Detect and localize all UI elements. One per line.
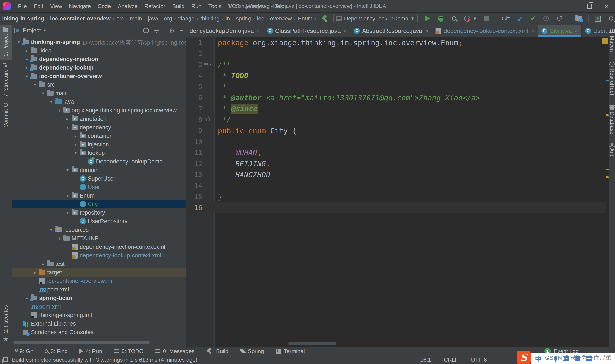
stripe-mark-warning[interactable] [606, 169, 609, 170]
tree-item-test[interactable]: ▸test [12, 260, 186, 268]
tool-button-7-structure[interactable]: 7: Structure [0, 60, 12, 100]
run-anything-button[interactable] [594, 15, 602, 22]
tab-dependency-lookup-context-xml[interactable]: dependency-lookup-context.xml× [432, 25, 538, 37]
tab-user-java[interactable]: CUser.java× [582, 25, 609, 37]
chevron-collapsed-icon[interactable]: ▸ [39, 261, 47, 266]
line-separator[interactable]: CRLF [444, 357, 458, 363]
chevron-expanded-icon[interactable]: ▾ [23, 74, 31, 79]
tree-item-resources[interactable]: ▾resources [12, 225, 186, 234]
tree-item-dependency[interactable]: ▾dependency [12, 123, 186, 132]
inspection-indicator-icon[interactable] [602, 38, 608, 44]
code-line-13[interactable]: 13 HANGZHOU [186, 169, 606, 180]
tree-item-domain[interactable]: ▾domain [12, 166, 186, 174]
stripe-mark-info[interactable] [606, 80, 609, 81]
chevron-expanded-icon[interactable]: ▾ [15, 39, 23, 45]
line-number[interactable]: 10 [186, 138, 214, 145]
code-line-11[interactable]: 11 WUHAN, [186, 147, 606, 158]
tree-item-pom-xml[interactable]: mpom.xml [12, 302, 186, 311]
tree-item-pom-xml[interactable]: mpom.xml [12, 285, 186, 294]
tool-button-maven[interactable]: mMaven [609, 27, 615, 52]
tree-item-meta-inf[interactable]: ▾META-INF [12, 234, 186, 243]
ime-language-icon[interactable]: 中 [535, 354, 541, 363]
sogou-logo-icon[interactable]: S [517, 351, 531, 364]
code-line-4[interactable]: 4 * TODO [186, 70, 606, 81]
tab-dencylookupdemo-java[interactable]: dencyLookupDemo.java× [186, 25, 264, 37]
code-line-15[interactable]: 15} [186, 191, 606, 202]
stripe-mark-warning[interactable] [606, 114, 609, 116]
tree-item-ioc-container-overview-iml[interactable]: ioc-container-overview.iml [12, 277, 186, 285]
tree-item-scratches-and-consoles[interactable]: Scratches and Consoles [12, 328, 186, 337]
breadcrumb-ioc-container-overview[interactable]: ioc-container-overview [49, 15, 111, 22]
build-hammer-icon[interactable] [321, 15, 328, 22]
line-number[interactable]: 13 [186, 171, 214, 178]
line-number[interactable]: 1 [186, 39, 214, 46]
tree-item-user[interactable]: CUser [12, 183, 186, 191]
tree-item-src[interactable]: ▾src [12, 80, 186, 89]
line-number[interactable]: 9 [186, 127, 214, 134]
line-number[interactable]: 2 [186, 50, 214, 57]
chevron-collapsed-icon[interactable]: ▸ [23, 65, 31, 70]
tree-item-lookup[interactable]: ▾lookup [12, 149, 186, 157]
code-line-10[interactable]: 10 [186, 136, 606, 147]
breadcrumb-overview[interactable]: overview [269, 15, 293, 22]
tree-item-dependencylookupdemo[interactable]: CDependencyLookupDemo [12, 157, 186, 166]
chevron-expanded-icon[interactable]: ▾ [63, 125, 71, 130]
breadcrumb-org[interactable]: org [163, 15, 173, 22]
close-icon[interactable]: × [575, 27, 578, 34]
keyboard-icon[interactable] [563, 356, 569, 361]
code-line-8[interactable]: 8 */ [186, 114, 606, 125]
tree-item-injection[interactable]: ▸injection [12, 140, 186, 149]
tool-button-4-run[interactable]: 4: Run [80, 348, 102, 355]
breadcrumb-ioc[interactable]: ioc [256, 15, 265, 22]
tree-item-userrepository[interactable]: CUserRepository [12, 217, 186, 225]
breadcrumb-java[interactable]: java [147, 15, 159, 22]
tool-button-0-messages[interactable]: 0: Messages [155, 348, 194, 355]
tool-windows-toggle-icon[interactable] [3, 357, 8, 362]
code-line-1[interactable]: 1package org.xiaoge.thinking.in.spring.i… [186, 37, 606, 48]
chevron-down-icon[interactable]: ▼ [43, 28, 47, 33]
tool-button-commit[interactable]: Commit [0, 100, 12, 130]
tree-item-dependency-lookup-context-xml[interactable]: dependency-lookup-context.xml [12, 251, 186, 260]
close-icon[interactable]: × [257, 27, 260, 34]
caret-position[interactable]: 16:1 [420, 357, 431, 363]
chevron-collapsed-icon[interactable]: ▸ [31, 270, 39, 275]
tree-item-city[interactable]: ECity [12, 200, 186, 208]
breadcrumb-inking-in-spring[interactable]: inking-in-spring [1, 15, 45, 22]
menu-file[interactable]: File [14, 0, 30, 12]
chevron-expanded-icon[interactable]: ▾ [55, 236, 63, 241]
tree-item-dependency-lookup[interactable]: ▸dependency-lookup [12, 63, 186, 72]
menu-code[interactable]: Code [94, 0, 114, 12]
fold-end-icon[interactable] [206, 118, 210, 121]
tree-item-container[interactable]: ▸container [12, 132, 186, 140]
tree-item-thinking-in-spring-iml[interactable]: thinking-in-spring.iml [12, 311, 186, 319]
tool-button-9-git[interactable]: 9: Git [13, 348, 33, 355]
chevron-expanded-icon[interactable]: ▾ [55, 108, 63, 113]
code-line-9[interactable]: 9public enum City { [186, 125, 606, 136]
search-everywhere-button[interactable] [607, 15, 615, 22]
line-number[interactable]: 14 [186, 182, 214, 189]
code-line-7[interactable]: 7 * @since [186, 103, 606, 114]
locate-file-icon[interactable] [143, 28, 149, 33]
tree-item-enum[interactable]: ▾Enum [12, 191, 186, 200]
coverage-button[interactable]: C [450, 15, 458, 22]
code-line-5[interactable]: 5 * [186, 81, 606, 92]
tree-item-dependency-injection-context-xml[interactable]: dependency-injection-context.xml [12, 243, 186, 251]
breadcrumb-src[interactable]: src [116, 15, 125, 22]
chevron-collapsed-icon[interactable]: ▸ [23, 57, 31, 62]
close-icon[interactable]: × [425, 27, 428, 34]
tree-item-repository[interactable]: ▾repository [12, 208, 186, 217]
local-changes-button[interactable] [575, 15, 583, 22]
tab-city-java[interactable]: ECity.java× [538, 25, 582, 37]
run-button[interactable] [424, 15, 431, 22]
chevron-expanded-icon[interactable]: ▾ [71, 150, 80, 156]
tree-item-dependency-injection[interactable]: ▸dependency-injection [12, 55, 186, 63]
chevron-collapsed-icon[interactable]: ▸ [23, 48, 31, 53]
editor-hscrollbar[interactable] [288, 342, 336, 345]
close-icon[interactable]: × [531, 27, 534, 34]
chevron-expanded-icon[interactable]: ▾ [63, 210, 71, 215]
ime-menu-icon[interactable] [586, 356, 592, 361]
code-line-2[interactable]: 2 [186, 48, 606, 59]
line-number[interactable]: 5 [186, 83, 214, 91]
profiler-button[interactable] [463, 15, 471, 22]
editor[interactable]: 1package org.xiaoge.thinking.in.spring.i… [186, 37, 609, 347]
